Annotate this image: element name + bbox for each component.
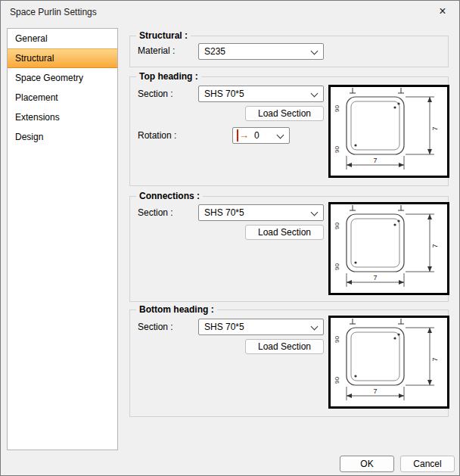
- sidebar-item-structural[interactable]: Structural: [8, 48, 117, 68]
- sidebar-item-general[interactable]: General: [8, 29, 117, 48]
- chevron-down-icon: [311, 90, 319, 98]
- connections-section-dropdown-value: SHS 70*5: [204, 206, 244, 220]
- connections-section-preview: 90 90 7 7: [328, 202, 449, 295]
- svg-text:90: 90: [334, 336, 340, 343]
- structural-group-title: Structural :: [136, 30, 191, 41]
- rotation-label: Rotation :: [138, 130, 176, 141]
- svg-text:90: 90: [334, 377, 340, 384]
- top-section-dropdown-value: SHS 70*5: [204, 87, 244, 101]
- svg-text:7: 7: [373, 274, 377, 282]
- chevron-down-icon: [277, 132, 284, 139]
- top-section-preview: 90 90 7 7: [328, 85, 449, 178]
- rotation-arrow-icon: →: [237, 129, 249, 142]
- svg-text:90: 90: [334, 105, 340, 112]
- sidebar-item-extensions[interactable]: Extensions: [8, 107, 117, 127]
- section-preview-drawing: 90 90 7 7: [328, 316, 449, 409]
- section-preview-drawing: 90 90 7 7: [328, 202, 449, 295]
- top-section-dropdown[interactable]: SHS 70*5: [198, 86, 324, 102]
- top-heading-group: Top heading : Section : SHS 70*5 Load Se…: [129, 76, 449, 186]
- chevron-down-icon: [311, 48, 319, 55]
- rotation-dropdown[interactable]: → 0: [232, 127, 290, 144]
- chevron-down-icon: [311, 323, 319, 331]
- connections-section-label: Section :: [138, 207, 173, 218]
- svg-text:90: 90: [334, 222, 340, 229]
- cancel-button[interactable]: Cancel: [400, 456, 455, 472]
- bottom-section-dropdown-value: SHS 70*5: [204, 320, 244, 334]
- svg-text:90: 90: [334, 146, 340, 153]
- material-label: Material :: [138, 45, 175, 56]
- rotation-dropdown-value: 0: [254, 129, 260, 143]
- connections-section-dropdown[interactable]: SHS 70*5: [198, 204, 324, 221]
- svg-text:7: 7: [431, 244, 439, 247]
- chevron-down-icon: [311, 209, 319, 216]
- space-purlin-settings-dialog: Space Purlin Settings × General Structur…: [0, 0, 460, 476]
- top-heading-group-title: Top heading :: [136, 71, 201, 82]
- structural-group: Structural : Material : S235: [129, 36, 449, 67]
- connections-group-title: Connections :: [136, 191, 203, 201]
- sidebar-item-space-geometry[interactable]: Space Geometry: [8, 68, 117, 88]
- sidebar-item-design[interactable]: Design: [8, 127, 117, 147]
- svg-text:7: 7: [431, 357, 439, 361]
- titlebar: Space Purlin Settings ×: [1, 1, 459, 23]
- material-dropdown-value: S235: [204, 45, 225, 59]
- window-title: Space Purlin Settings: [10, 1, 97, 23]
- settings-category-list: General Structural Space Geometry Placem…: [7, 28, 118, 450]
- ok-button[interactable]: OK: [340, 456, 394, 472]
- bottom-section-preview: 90 90 7 7: [328, 316, 449, 409]
- svg-text:7: 7: [373, 387, 377, 395]
- bottom-section-dropdown[interactable]: SHS 70*5: [198, 319, 324, 335]
- connections-group: Connections : Section : SHS 70*5 Load Se…: [129, 196, 449, 302]
- top-load-section-button[interactable]: Load Section: [245, 106, 324, 121]
- bottom-section-label: Section :: [138, 322, 173, 332]
- close-icon[interactable]: ×: [426, 1, 459, 23]
- svg-text:7: 7: [373, 157, 377, 164]
- svg-text:7: 7: [431, 126, 439, 130]
- connections-load-section-button[interactable]: Load Section: [245, 225, 324, 240]
- sidebar-item-placement[interactable]: Placement: [8, 88, 117, 107]
- bottom-heading-group-title: Bottom heading :: [136, 304, 217, 315]
- top-section-label: Section :: [138, 89, 173, 99]
- bottom-heading-group: Bottom heading : Section : SHS 70*5 Load…: [129, 310, 449, 417]
- section-preview-drawing: 90 90 7 7: [328, 85, 449, 178]
- material-dropdown[interactable]: S235: [198, 43, 324, 60]
- svg-text:90: 90: [334, 263, 340, 270]
- bottom-load-section-button[interactable]: Load Section: [245, 339, 324, 354]
